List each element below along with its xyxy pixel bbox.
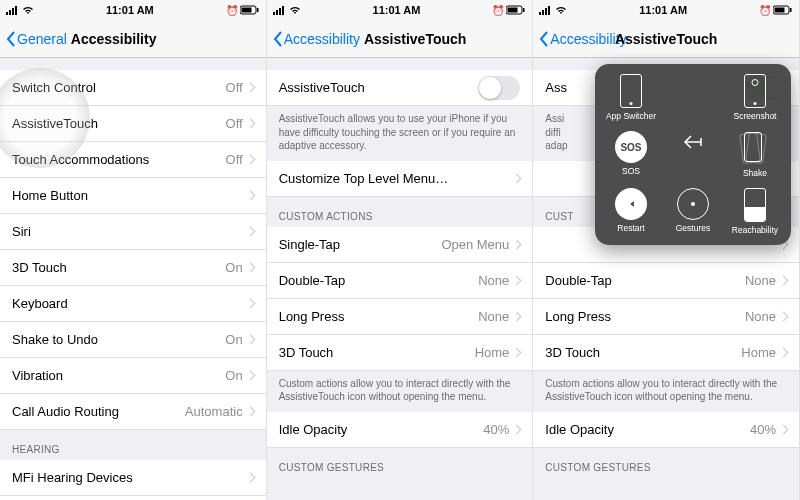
row-idle-opacity[interactable]: Idle Opacity40%	[267, 412, 533, 448]
alarm-icon: ⏰	[226, 5, 238, 16]
svg-rect-12	[508, 8, 518, 13]
svg-rect-16	[545, 8, 547, 15]
row-keyboard[interactable]: Keyboard	[0, 286, 266, 322]
chevron-right-icon	[245, 191, 255, 201]
row-customize-menu[interactable]: Customize Top Level Menu…	[267, 161, 533, 197]
battery-icon	[773, 5, 793, 15]
row-long-press[interactable]: Long PressNone	[533, 299, 799, 335]
at-gestures[interactable]: Gestures	[663, 188, 723, 235]
chevron-right-icon	[512, 311, 522, 321]
nav-bar: Accessibility AssistiveTouch	[533, 20, 799, 58]
row-long-press[interactable]: Long PressNone	[267, 299, 533, 335]
at-sos[interactable]: SOS SOS	[601, 131, 661, 178]
wifi-icon	[289, 6, 301, 15]
row-3d-touch-action[interactable]: 3D TouchHome	[267, 335, 533, 371]
row-touch-accommodations[interactable]: Touch AccommodationsOff	[0, 142, 266, 178]
page-title: AssistiveTouch	[364, 31, 466, 47]
custom-actions-footer: Custom actions allow you to interact dir…	[267, 371, 533, 412]
svg-rect-17	[548, 6, 550, 15]
svg-rect-14	[539, 12, 541, 15]
chevron-right-icon	[245, 299, 255, 309]
svg-rect-19	[774, 8, 784, 13]
at-shake[interactable]: Shake	[725, 131, 785, 178]
at-reachability[interactable]: Reachability	[725, 188, 785, 235]
shake-icon	[739, 131, 771, 165]
section-header-custom-gestures: CUSTOM GESTURES	[267, 448, 533, 478]
restart-icon	[615, 188, 647, 220]
custom-actions-footer: Custom actions allow you to interact dir…	[533, 371, 799, 412]
at-back[interactable]	[663, 131, 723, 178]
gestures-icon	[677, 188, 709, 220]
chevron-right-icon	[245, 371, 255, 381]
row-assistivetouch[interactable]: AssistiveTouchOff	[0, 106, 266, 142]
svg-rect-9	[279, 8, 281, 15]
switch-assistivetouch[interactable]	[478, 76, 520, 100]
row-double-tap[interactable]: Double-TapNone	[533, 263, 799, 299]
row-3d-touch-action[interactable]: 3D TouchHome	[533, 335, 799, 371]
sos-icon: SOS	[615, 131, 647, 163]
alarm-icon: ⏰	[492, 5, 504, 16]
row-idle-opacity[interactable]: Idle Opacity40%	[533, 412, 799, 448]
row-single-tap[interactable]: Single-TapOpen Menu	[267, 227, 533, 263]
svg-rect-0	[6, 12, 8, 15]
arrow-left-icon	[682, 131, 704, 153]
row-led-flash[interactable]: LED Flash for AlertsOff	[0, 496, 266, 500]
status-bar: 11:01 AM ⏰	[533, 0, 799, 20]
svg-rect-20	[790, 8, 792, 12]
status-bar: 11:01 AM ⏰	[0, 0, 266, 20]
row-shake-to-undo[interactable]: Shake to UndoOn	[0, 322, 266, 358]
svg-rect-3	[15, 6, 17, 15]
content-list[interactable]: AssistiveTouch AssistiveTouch allows you…	[267, 58, 533, 500]
svg-rect-5	[241, 8, 251, 13]
back-button[interactable]: Accessibility	[539, 31, 626, 47]
signal-icon	[6, 6, 20, 15]
row-assistivetouch-toggle[interactable]: AssistiveTouch	[267, 70, 533, 106]
back-label: Accessibility	[550, 31, 626, 47]
reachability-icon	[744, 188, 766, 222]
svg-rect-13	[523, 8, 525, 12]
chevron-right-icon	[779, 424, 789, 434]
assistivetouch-description: AssistiveTouch allows you to use your iP…	[267, 106, 533, 161]
at-restart[interactable]: Restart	[601, 188, 661, 235]
chevron-right-icon	[245, 155, 255, 165]
chevron-right-icon	[512, 239, 522, 249]
row-mfi-hearing[interactable]: MFi Hearing Devices	[0, 460, 266, 496]
svg-rect-7	[273, 12, 275, 15]
chevron-right-icon	[512, 275, 522, 285]
row-3d-touch[interactable]: 3D TouchOn	[0, 250, 266, 286]
status-time: 11:01 AM	[373, 4, 421, 16]
chevron-right-icon	[245, 83, 255, 93]
svg-rect-8	[276, 10, 278, 15]
device-camera-icon	[744, 74, 766, 108]
svg-rect-6	[257, 8, 259, 12]
at-empty	[663, 74, 723, 121]
battery-icon	[240, 5, 260, 15]
chevron-right-icon	[512, 347, 522, 357]
chevron-left-icon	[273, 31, 283, 47]
chevron-right-icon	[245, 227, 255, 237]
at-app-switcher[interactable]: App Switcher	[601, 74, 661, 121]
row-call-audio-routing[interactable]: Call Audio RoutingAutomatic	[0, 394, 266, 430]
alarm-icon: ⏰	[759, 5, 771, 16]
back-button[interactable]: General	[6, 31, 67, 47]
assistivetouch-menu-overlay[interactable]: App Switcher Screenshot SOS SOS Shake	[595, 64, 791, 245]
back-label: General	[17, 31, 67, 47]
chevron-left-icon	[539, 31, 549, 47]
signal-icon	[273, 6, 287, 15]
page-title: Accessibility	[71, 31, 157, 47]
row-siri[interactable]: Siri	[0, 214, 266, 250]
chevron-left-icon	[6, 31, 16, 47]
chevron-right-icon	[245, 335, 255, 345]
svg-rect-15	[542, 10, 544, 15]
back-button[interactable]: Accessibility	[273, 31, 360, 47]
row-vibration[interactable]: VibrationOn	[0, 358, 266, 394]
section-header-custom-gestures: CUSTOM GESTURES	[533, 448, 799, 478]
at-screenshot[interactable]: Screenshot	[725, 74, 785, 121]
screen-assistivetouch-menu: 11:01 AM ⏰ Accessibility AssistiveTouch …	[533, 0, 800, 500]
row-switch-control[interactable]: Switch ControlOff	[0, 70, 266, 106]
nav-bar: General Accessibility	[0, 20, 266, 58]
section-header-custom-actions: CUSTOM ACTIONS	[267, 197, 533, 227]
row-double-tap[interactable]: Double-TapNone	[267, 263, 533, 299]
content-list[interactable]: Switch ControlOff AssistiveTouchOff Touc…	[0, 58, 266, 500]
row-home-button[interactable]: Home Button	[0, 178, 266, 214]
